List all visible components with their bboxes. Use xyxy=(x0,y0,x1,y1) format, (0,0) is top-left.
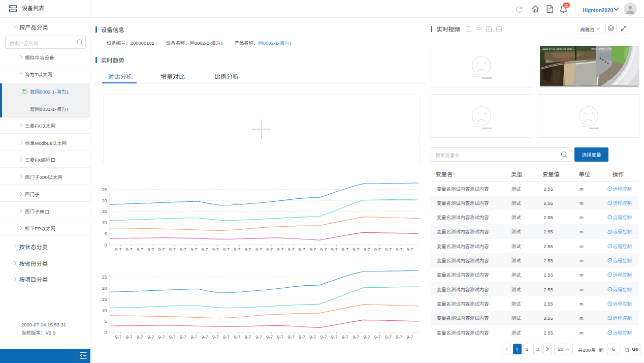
svg-text:9-7: 9-7 xyxy=(331,246,338,253)
svg-text:9-7: 9-7 xyxy=(406,246,413,253)
svg-text:9-7: 9-7 xyxy=(374,334,381,340)
svg-text:20: 20 xyxy=(102,285,107,291)
svg-text:9-7: 9-7 xyxy=(255,334,262,340)
svg-text:9-7: 9-7 xyxy=(352,334,359,340)
svg-text:9-7: 9-7 xyxy=(309,246,316,253)
svg-text:9-7: 9-7 xyxy=(320,246,327,253)
svg-text:9-7: 9-7 xyxy=(202,334,208,340)
svg-text:鸿运J7#4 楼道口: 鸿运J7#4 楼道口 xyxy=(607,79,626,83)
svg-text:9-7: 9-7 xyxy=(320,334,327,340)
svg-text:9-7: 9-7 xyxy=(223,334,230,340)
svg-text:9-7: 9-7 xyxy=(255,246,262,253)
svg-text:9-7: 9-7 xyxy=(190,334,197,340)
svg-text:9-7: 9-7 xyxy=(245,246,251,253)
svg-text:20: 20 xyxy=(102,197,107,204)
svg-text:9-7: 9-7 xyxy=(342,334,348,340)
svg-text:9-7: 9-7 xyxy=(288,246,295,253)
svg-text:2020-07-01 15:47:34 星期三: 2020-07-01 15:47:34 星期三 xyxy=(542,47,574,50)
svg-text:25: 25 xyxy=(102,186,107,193)
svg-text:9-7: 9-7 xyxy=(115,246,121,253)
svg-text:9-7: 9-7 xyxy=(266,246,273,253)
svg-text:9-7: 9-7 xyxy=(147,246,154,253)
svg-text:9-7: 9-7 xyxy=(234,334,240,340)
svg-text:5: 5 xyxy=(104,230,107,237)
svg-text:9-7: 9-7 xyxy=(158,334,165,340)
svg-text:5: 5 xyxy=(104,318,107,324)
svg-text:9-7: 9-7 xyxy=(385,334,392,340)
svg-text:9-7: 9-7 xyxy=(158,246,165,253)
svg-text:15: 15 xyxy=(102,208,107,215)
svg-text:9-7: 9-7 xyxy=(137,246,143,253)
svg-text:9-7: 9-7 xyxy=(406,334,413,340)
svg-text:9-7: 9-7 xyxy=(266,334,273,340)
svg-text:9-7: 9-7 xyxy=(396,246,402,253)
svg-text:15: 15 xyxy=(102,296,107,302)
svg-text:9-7: 9-7 xyxy=(169,246,176,253)
svg-text:9-7: 9-7 xyxy=(115,334,121,340)
svg-text:9-7: 9-7 xyxy=(352,246,359,253)
svg-text:9-7: 9-7 xyxy=(363,246,370,253)
svg-text:9-7: 9-7 xyxy=(147,334,154,340)
svg-text:9-7: 9-7 xyxy=(126,334,133,340)
svg-text:25: 25 xyxy=(102,274,107,280)
svg-text:10: 10 xyxy=(102,307,107,314)
svg-text:9-7: 9-7 xyxy=(190,246,197,253)
svg-text:9-7: 9-7 xyxy=(374,246,381,253)
svg-text:9-7: 9-7 xyxy=(202,246,208,253)
svg-text:9-7: 9-7 xyxy=(180,334,186,340)
svg-text:9-7: 9-7 xyxy=(212,246,219,253)
svg-text:9-7: 9-7 xyxy=(396,334,402,340)
svg-text:9-7: 9-7 xyxy=(234,246,240,253)
svg-text:9-7: 9-7 xyxy=(169,334,176,340)
svg-text:9-7: 9-7 xyxy=(180,246,186,253)
svg-text:9-7: 9-7 xyxy=(299,334,305,340)
svg-text:9-7: 9-7 xyxy=(299,246,305,253)
svg-text:9-7: 9-7 xyxy=(363,334,370,340)
svg-text:10: 10 xyxy=(102,219,107,226)
svg-text:9-7: 9-7 xyxy=(342,246,348,253)
svg-text:9-7: 9-7 xyxy=(212,334,219,340)
svg-text:0: 0 xyxy=(104,241,107,248)
svg-text:通道4 摄像机-鸿运: 通道4 摄像机-鸿运 xyxy=(591,47,612,50)
svg-text:9-7: 9-7 xyxy=(245,334,251,340)
svg-text:9-7: 9-7 xyxy=(309,334,316,340)
svg-text:9-7: 9-7 xyxy=(277,334,283,340)
svg-text:9-7: 9-7 xyxy=(288,334,295,340)
svg-text:9-7: 9-7 xyxy=(137,334,143,340)
svg-text:9-7: 9-7 xyxy=(277,246,283,253)
svg-text:0: 0 xyxy=(104,329,107,336)
svg-text:9-7: 9-7 xyxy=(126,246,133,253)
svg-text:9-7: 9-7 xyxy=(385,246,392,253)
svg-text:9-7: 9-7 xyxy=(331,334,338,340)
svg-text:9-7: 9-7 xyxy=(223,246,230,253)
